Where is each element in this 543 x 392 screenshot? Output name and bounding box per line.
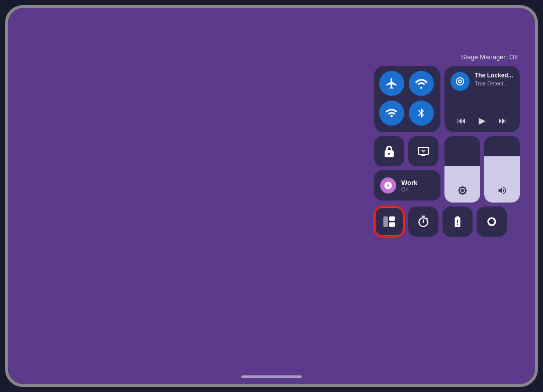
low-power-button[interactable] [442, 207, 473, 237]
now-playing-subtitle: True Detect... [475, 80, 514, 87]
bluetooth-button[interactable] [409, 101, 434, 126]
svg-rect-1 [383, 217, 388, 227]
fast-forward-button[interactable]: ⏭ [498, 116, 507, 126]
svg-point-0 [420, 87, 422, 89]
focus-icon [380, 177, 396, 193]
svg-rect-2 [389, 217, 395, 221]
svg-point-5 [489, 219, 495, 225]
stage-manager-button[interactable] [374, 207, 404, 237]
row-connectivity: The Locked... True Detect... ⏮ ▶ ⏭ [374, 66, 520, 132]
tablet-screen: Stage Manager: Off [8, 8, 535, 384]
timer-button[interactable] [408, 207, 438, 237]
playback-controls: ⏮ ▶ ⏭ [450, 115, 514, 126]
row-controls: Work On [374, 136, 520, 203]
now-playing-app-icon [450, 72, 470, 91]
now-playing-title: The Locked... [475, 72, 514, 80]
focus-text: Work On [401, 179, 417, 192]
screen-record-button[interactable] [477, 207, 507, 237]
tablet-frame: Stage Manager: Off [5, 5, 538, 387]
airplane-mode-button[interactable] [379, 71, 404, 96]
brightness-slider[interactable] [444, 136, 480, 203]
rewind-button[interactable]: ⏮ [457, 116, 466, 126]
focus-name: Work [401, 179, 417, 186]
sliders-group [444, 136, 520, 203]
screen-mirror-button[interactable] [408, 136, 438, 166]
svg-rect-3 [389, 222, 395, 227]
stage-manager-label: Stage Manager: Off [374, 53, 520, 61]
hotspot-button[interactable] [409, 71, 434, 96]
volume-icon [497, 185, 507, 195]
focus-tile[interactable]: Work On [374, 170, 440, 201]
now-playing-top: The Locked... True Detect... [450, 72, 514, 91]
orientation-lock-button[interactable] [374, 136, 404, 166]
now-playing-tile[interactable]: The Locked... True Detect... ⏮ ▶ ⏭ [444, 66, 520, 132]
connectivity-group [374, 66, 440, 132]
now-playing-text: The Locked... True Detect... [475, 72, 514, 87]
volume-slider[interactable] [484, 136, 520, 203]
control-center: Stage Manager: Off [374, 53, 520, 237]
row-bottom [374, 207, 520, 237]
brightness-icon [458, 185, 468, 195]
focus-status: On [401, 186, 417, 192]
home-bar[interactable] [241, 375, 302, 378]
play-button[interactable]: ▶ [479, 115, 486, 126]
wifi-button[interactable] [379, 101, 404, 126]
